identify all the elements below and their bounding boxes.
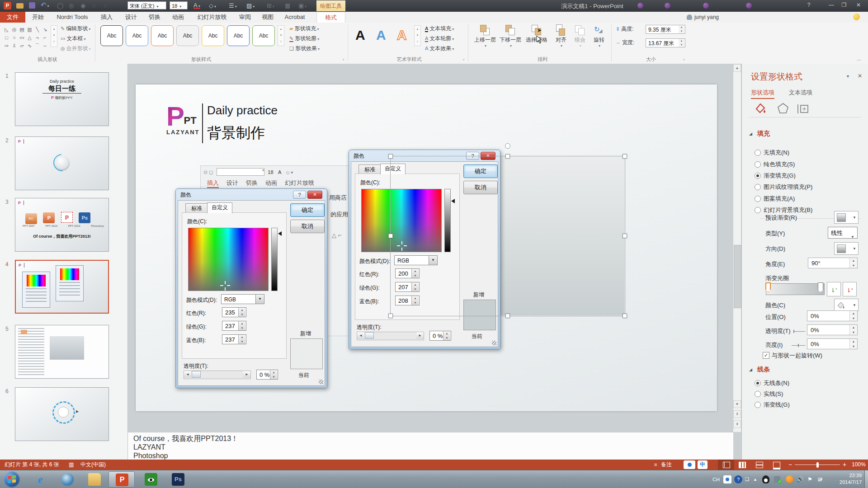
spellcheck-icon[interactable]: ▥ <box>69 460 74 470</box>
slide-scrollbar[interactable]: ▲ ▼ ⇞ ⇟ <box>733 64 741 432</box>
language-indicator[interactable]: 中文(中国) <box>80 460 106 470</box>
scroll-left-icon[interactable]: ◄ <box>184 371 191 378</box>
resize-handle-sw[interactable] <box>388 314 393 318</box>
text-box-button[interactable]: ▭文本框▾ <box>61 34 85 43</box>
slide-thumbnail-4-selected[interactable]: P <box>15 260 109 314</box>
taskbar-acdsee[interactable] <box>138 471 164 488</box>
align-button[interactable]: ← 对齐▾ <box>552 24 570 48</box>
color-dialog-back[interactable]: 颜色 ? ✕ 标准 自定义 颜色(C): 确定 取消 颜色模式(D): RGB▼… <box>175 188 327 388</box>
wordart-scroll[interactable]: ▴▾▿ <box>414 25 421 46</box>
qat-font-name[interactable]: 宋体 (正文) ▾ <box>127 1 166 9</box>
zoom-slider-thumb[interactable] <box>816 462 819 468</box>
shape-gallery[interactable]: ◺◎▤▥╲↘ □○▭△¬⌐ ⇨⇩▱∿⌒～ <box>3 25 50 49</box>
slide-thumbnail-1[interactable]: Daily practice 每日一练 P 懒蚂蚁PPT <box>15 72 109 126</box>
transparency-input[interactable]: 0 %▲▼ <box>429 331 451 341</box>
send-backward-button[interactable]: 下移一层▾ <box>499 24 522 48</box>
scrollbar-thumb[interactable] <box>734 245 741 308</box>
tab-slideshow[interactable]: 幻灯片放映 <box>192 12 232 23</box>
shape-style-chip[interactable]: Abc <box>151 25 174 46</box>
red-spinner[interactable]: ▲▼ <box>238 308 245 317</box>
tab-home[interactable]: 开始 <box>28 12 48 23</box>
tab-acrobat[interactable]: Acrobat <box>280 12 309 23</box>
radio-gradient-line[interactable] <box>755 402 761 408</box>
fill-section-header[interactable]: 填充 <box>757 130 770 138</box>
tab-design[interactable]: 设计 <box>121 12 141 23</box>
scroll-up-icon[interactable]: ▲ <box>733 64 741 72</box>
luminance-slider-arrow[interactable] <box>278 231 282 236</box>
minimize-button[interactable]: — <box>826 2 836 8</box>
tab-standard[interactable]: 标准 <box>185 203 208 213</box>
dialog-help-button[interactable]: ? <box>293 191 306 199</box>
save-icon[interactable] <box>29 2 35 9</box>
tray-baidu-icon[interactable] <box>723 475 731 483</box>
next-slide-icon[interactable]: ⇟ <box>733 420 741 428</box>
gradient-stop-bar[interactable] <box>766 283 825 295</box>
shape-style-chip[interactable]: Abc <box>227 25 250 46</box>
slide-thumbnail-2[interactable]: P <box>15 136 109 190</box>
size-properties-icon[interactable] <box>796 102 810 114</box>
radio-pattern-fill[interactable] <box>755 196 761 202</box>
notes-pane[interactable]: Of course，我喜欢用PPT2013！ LAZYANT Photoshop <box>128 432 733 460</box>
transparency-input[interactable]: 0%▲▼ <box>807 324 858 335</box>
transparency-input[interactable]: 0 %▲▼ <box>256 370 278 380</box>
text-outline-button[interactable]: A文本轮廓▾ <box>425 34 454 43</box>
resize-grip[interactable] <box>492 341 496 345</box>
collapse-ribbon-icon[interactable]: ︿ <box>857 56 862 63</box>
line-section-header[interactable]: 线条 <box>757 366 770 374</box>
rotate-icon[interactable]: ▣▾ <box>298 2 307 10</box>
start-button[interactable] <box>4 471 20 488</box>
transparency-spinner[interactable]: ▲▼ <box>443 331 450 340</box>
size-dialog-launcher[interactable]: ⌟ <box>683 56 684 61</box>
qat-ghost-icon[interactable]: ◉ <box>80 2 85 10</box>
radio-label[interactable]: 实线(S) <box>764 390 783 398</box>
close-button[interactable]: ✕ <box>854 2 863 8</box>
scroll-left-icon[interactable]: ◄ <box>357 332 364 339</box>
blue-spinner[interactable]: ▲▼ <box>238 335 245 344</box>
tray-usb-icon[interactable]: ✓ <box>774 476 780 483</box>
height-input[interactable]: 9.35 厘米▲▼ <box>646 25 685 34</box>
transparency-scrollbar[interactable]: ◄ ► <box>184 371 251 379</box>
taskbar-explorer[interactable] <box>81 471 108 488</box>
qat-ghost-icon[interactable]: ◌ <box>92 2 96 10</box>
effects-icon[interactable] <box>776 102 790 114</box>
scroll-thumb[interactable] <box>192 371 201 378</box>
dialog-close-button[interactable]: ✕ <box>307 191 322 199</box>
qat-font-size[interactable]: 18 ▾ <box>170 1 188 9</box>
zoom-percentage[interactable]: 100% <box>852 460 866 470</box>
tab-standard[interactable]: 标准 <box>359 164 381 174</box>
maximize-button[interactable]: ❐ <box>839 2 849 8</box>
width-input[interactable]: 13.67 厘米▲▼ <box>646 38 685 47</box>
tab-nordri-tools[interactable]: Nordri Tools <box>51 12 94 23</box>
shape-icon[interactable]: ◇▾ <box>209 2 216 10</box>
direction-dropdown[interactable]: ▼ <box>834 242 859 255</box>
smiley-icon[interactable] <box>853 14 860 20</box>
position-input[interactable]: 0%▲▼ <box>807 310 858 321</box>
rotate-with-shape-label[interactable]: 与形状一起旋转(W) <box>772 352 822 360</box>
slide-title[interactable]: Daily practice <box>207 103 278 117</box>
group-button[interactable]: 组合▾ <box>571 24 589 48</box>
bring-forward-button[interactable]: 上移一层▾ <box>473 24 497 48</box>
shape-effects-button[interactable]: ❑形状效果▾ <box>289 44 320 53</box>
taskbar-browser[interactable] <box>54 471 80 488</box>
transparency-spinner[interactable]: ▲▼ <box>270 370 277 379</box>
qat-ghost-icon[interactable]: ◯ <box>57 2 64 10</box>
radio-label[interactable]: 渐变填充(G) <box>764 172 796 180</box>
radio-solid-line[interactable] <box>755 391 761 397</box>
slide-thumbnail-3[interactable]: P EC P P Ps PPT 2007PPT 2010PPT 2013Phot… <box>15 198 109 252</box>
wordart-sample-outline[interactable]: A <box>397 25 407 45</box>
tray-language[interactable]: CH <box>712 470 720 488</box>
radio-label[interactable]: 无线条(N) <box>764 379 789 387</box>
tray-qq-icon[interactable] <box>762 475 769 483</box>
transparency-scrollbar[interactable]: ◄ ► <box>357 332 424 340</box>
color-matrix[interactable] <box>188 228 269 291</box>
radio-no-fill[interactable] <box>755 150 761 156</box>
qat-ghost-icon[interactable]: ◎ <box>69 2 74 10</box>
shape-style-chip[interactable]: Abc <box>126 25 148 46</box>
edit-shape-button[interactable]: ✎编辑形状▾ <box>61 24 90 33</box>
tray-windows-icon[interactable]: ❏ <box>745 470 749 488</box>
shape-styles-scroll[interactable]: ▴▾▿ <box>278 25 284 46</box>
taskbar-powerpoint-active[interactable]: P <box>108 471 135 488</box>
notes-toggle[interactable]: 备注 <box>661 460 672 470</box>
scroll-right-icon[interactable]: ► <box>416 332 424 339</box>
shape-style-chip[interactable]: Abc <box>202 25 224 46</box>
